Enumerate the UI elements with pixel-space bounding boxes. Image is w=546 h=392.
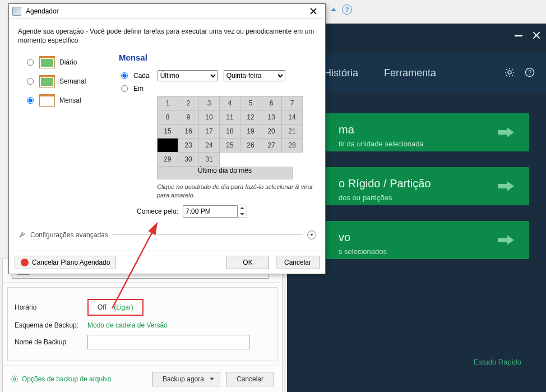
minimize-button[interactable] [513, 31, 524, 39]
svg-line-19 [12, 376, 12, 377]
svg-point-0 [508, 71, 511, 74]
day-cell[interactable]: 21 [282, 124, 303, 139]
gear-icon [11, 375, 18, 383]
svg-line-6 [512, 75, 513, 76]
radio-on[interactable] [121, 85, 128, 92]
chevron-down-icon [310, 234, 313, 236]
dialog-intro-text: Agende sua operação - Você pode definir … [18, 27, 316, 45]
stop-icon [21, 259, 29, 266]
time-spinner[interactable] [238, 205, 247, 218]
radio-each[interactable] [121, 72, 128, 79]
day-cell[interactable]: 28 [282, 139, 303, 153]
day-cell[interactable]: 12 [240, 110, 261, 124]
day-cell[interactable]: 19 [240, 124, 261, 139]
svg-line-8 [512, 69, 513, 70]
day-cell[interactable]: 26 [240, 139, 261, 153]
close-button[interactable] [531, 31, 542, 39]
day-cell[interactable]: 15 [158, 124, 178, 139]
day-cell[interactable]: 31 [199, 153, 220, 167]
wrench-icon [18, 231, 26, 239]
day-cell[interactable]: 4 [220, 96, 240, 110]
cancel-scheduled-plan-button[interactable]: Cancelar Plano Agendado [15, 256, 116, 269]
day-cell[interactable]: 18 [220, 124, 240, 139]
day-cell[interactable]: 7 [282, 96, 303, 110]
schedule-enable-link[interactable]: (Ligar) [114, 303, 133, 311]
svg-line-7 [506, 75, 507, 76]
day-cell[interactable]: 11 [220, 110, 240, 124]
arrow-right-icon [498, 181, 515, 192]
backup-name-field[interactable] [87, 335, 250, 349]
app-icon [12, 7, 21, 16]
day-cell[interactable]: 25 [220, 139, 240, 153]
last-day-row[interactable]: Último dia do mês [157, 167, 293, 179]
advanced-settings-label[interactable]: Configurações avançadas [30, 231, 108, 239]
day-cell[interactable]: 24 [199, 139, 220, 153]
schedule-status-box: Off (Ligar) [87, 299, 144, 316]
schedule-label: Horário [15, 303, 87, 311]
day-cell[interactable]: 8 [158, 110, 178, 124]
dialog-titlebar[interactable]: Agendador [9, 4, 325, 19]
menu-ferramenta[interactable]: Ferramenta [384, 67, 436, 79]
day-cell[interactable]: 2 [178, 96, 199, 110]
main-app-window: História Ferramenta ? ma tir da unidade … [287, 24, 546, 392]
select-week-position[interactable]: Último [158, 70, 218, 81]
day-cell[interactable]: 27 [261, 139, 282, 153]
scheme-value-link[interactable]: Modo de cadeia de Versão [87, 321, 168, 329]
quick-tutorial-link[interactable]: Estudo Rápido [474, 358, 521, 366]
panel-subtitle: dos ou partições [339, 193, 518, 202]
backup-now-button[interactable]: Backup agora [152, 372, 220, 386]
day-cell[interactable]: 23 [178, 139, 199, 153]
radio-daily[interactable] [27, 59, 34, 66]
day-cell[interactable]: 30 [178, 153, 199, 167]
panel-disk-partition-backup[interactable]: o Rígido / Partição dos ou partições [298, 167, 529, 205]
svg-line-5 [506, 69, 507, 70]
radio-daily-label: Diário [59, 58, 77, 66]
panel-title: o Rígido / Partição [339, 177, 518, 190]
dialog-close-button[interactable] [305, 6, 322, 17]
schedule-off-text: Off [98, 303, 107, 311]
panel-title: vo [339, 231, 518, 244]
day-cell[interactable]: 5 [240, 96, 261, 110]
day-cell[interactable]: 6 [261, 96, 282, 110]
radio-monthly[interactable] [27, 97, 34, 104]
panel-subtitle: tir da unidade selecionada [339, 140, 518, 148]
panel-system-backup[interactable]: ma tir da unidade selecionada [298, 113, 529, 151]
backup-name-label: Nome de Backup [15, 338, 87, 346]
day-cell[interactable]: 16 [178, 124, 199, 139]
day-cell[interactable]: 10 [199, 110, 220, 124]
radio-weekly[interactable] [27, 78, 34, 85]
panel-title: ma [339, 123, 518, 136]
day-cell[interactable]: 9 [178, 110, 199, 124]
start-time-field[interactable] [183, 205, 238, 218]
day-cell[interactable] [158, 139, 178, 153]
ok-button[interactable]: OK [226, 256, 269, 269]
scheme-label: Esquema de Backup: [15, 321, 87, 329]
day-cell[interactable]: 1 [158, 96, 178, 110]
day-cell[interactable]: 20 [261, 124, 282, 139]
chevron-up-icon[interactable] [331, 8, 336, 11]
day-cell[interactable]: 3 [199, 96, 220, 110]
day-cell[interactable]: 14 [282, 110, 303, 124]
help-circle-icon[interactable]: ? [525, 67, 535, 77]
arrow-right-icon [498, 234, 515, 246]
help-icon[interactable]: ? [342, 4, 352, 15]
day-cell[interactable]: 29 [158, 153, 178, 167]
day-hint-text: Clique no quadrado de dia para fazê-lo s… [157, 183, 316, 199]
expand-advanced-icon[interactable] [307, 230, 316, 239]
close-x-icon [310, 8, 317, 15]
day-cell[interactable]: 17 [199, 124, 220, 139]
cancel-button[interactable]: Cancelar [226, 372, 274, 386]
file-backup-options-link[interactable]: Opções de backup de arquivo [22, 375, 111, 383]
svg-line-21 [12, 381, 12, 382]
panel-file-backup[interactable]: vo s selecionados [298, 221, 529, 259]
select-weekday[interactable]: Quinta-feira [224, 70, 285, 81]
panel-subtitle: s selecionados [339, 247, 518, 256]
day-cell[interactable]: 13 [261, 110, 282, 124]
settings-gear-icon[interactable] [505, 67, 515, 77]
dialog-cancel-button[interactable]: Cancelar [276, 256, 320, 269]
svg-marker-12 [498, 181, 514, 191]
svg-line-20 [17, 381, 17, 382]
svg-text:?: ? [528, 69, 531, 76]
backup-options-panel: Localização: C:\MCsBackup, Capacidade: 5… [2, 258, 283, 392]
menu-history[interactable]: História [324, 67, 358, 79]
